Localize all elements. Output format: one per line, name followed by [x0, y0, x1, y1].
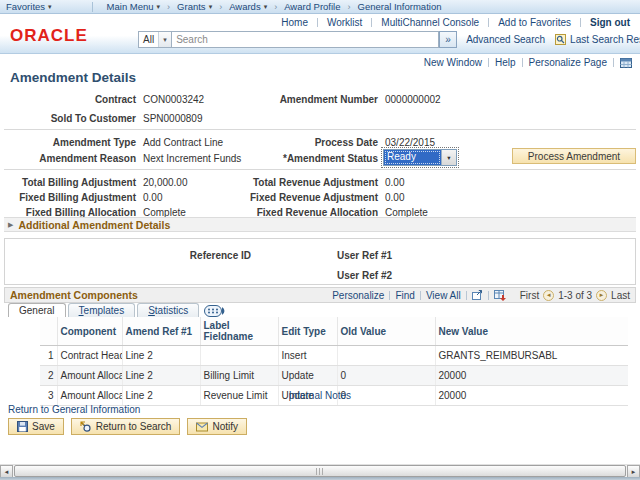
search-input[interactable]	[172, 31, 439, 48]
grid-toolbar: Personalize Find View All First ◄ 1-3 of…	[332, 290, 630, 301]
user-ref-2-label: User Ref #2	[337, 270, 392, 281]
amendment-reason-label: Amendment Reason	[0, 153, 136, 164]
table-header-row: Component Amend Ref #1 Label Fieldname E…	[40, 317, 628, 346]
return-to-search-magnifier-icon	[80, 421, 92, 433]
breadcrumb-label: Main Menu	[107, 1, 154, 12]
divider	[488, 58, 489, 67]
column-header-label-fieldname: Label Fieldname	[200, 317, 278, 346]
add-to-favorites-link[interactable]: Add to Favorites	[498, 17, 571, 28]
scrollbar-track[interactable]	[13, 465, 627, 477]
breadcrumb-grants[interactable]: Grants ▾	[177, 1, 212, 12]
personalize-link[interactable]: Personalize	[332, 290, 384, 301]
divider	[420, 291, 421, 300]
divider	[488, 18, 489, 27]
previous-page-icon: ◄	[543, 290, 554, 301]
total-revenue-adjustment-label: Total Revenue Adjustment	[243, 177, 378, 188]
breadcrumb-general-information[interactable]: General Information	[358, 1, 442, 12]
home-link[interactable]: Home	[281, 17, 308, 28]
utility-links: Home Worklist MultiChannel Console Add t…	[281, 17, 630, 28]
tab-label: General	[19, 305, 55, 316]
contract-label: Contract	[0, 94, 136, 105]
return-to-general-information-link[interactable]: Return to General Information	[8, 404, 140, 415]
breadcrumb-label: Award Profile	[284, 1, 340, 12]
fixed-revenue-adjustment-label: Fixed Revenue Adjustment	[243, 192, 378, 203]
advanced-search-link[interactable]: Advanced Search	[466, 34, 545, 45]
last-search-results-link[interactable]: Last Search Results	[570, 34, 640, 45]
breadcrumb-award-profile[interactable]: Award Profile	[284, 1, 340, 12]
amendment-status-selected-value: Ready	[384, 150, 441, 165]
notify-button[interactable]: Notify	[187, 418, 247, 435]
contract-value: CON0003242	[143, 94, 204, 105]
breadcrumb-main-menu[interactable]: Main Menu ▾	[107, 1, 161, 12]
breadcrumb-label: General Information	[358, 1, 442, 12]
chevron-down-icon: ▾	[48, 3, 52, 10]
table-row: 2 Amount Allocation Line 2 Billing Limit…	[40, 366, 628, 386]
save-button[interactable]: Save	[8, 418, 64, 435]
column-header-component: Component	[57, 317, 122, 346]
row-number-header	[40, 317, 57, 346]
fixed-revenue-adjustment-value: 0.00	[385, 192, 404, 203]
amendment-type-value: Add Contract Line	[143, 137, 223, 148]
divider	[92, 2, 93, 12]
breadcrumb-awards[interactable]: Awards ▾	[229, 1, 267, 12]
amendment-status-select[interactable]: Ready ▾	[383, 149, 457, 166]
amendment-type-label: Amendment Type	[0, 137, 136, 148]
divider	[466, 291, 467, 300]
zoom-popup-icon[interactable]	[472, 290, 483, 300]
tab-general[interactable]: General	[8, 303, 66, 317]
chevron-down-icon: ▾	[209, 3, 213, 10]
additional-amendment-details-expander[interactable]: ▶ Additional Amendment Details	[4, 217, 636, 232]
search-scope-select[interactable]: All ▾	[138, 31, 172, 48]
show-all-columns-icon[interactable]	[204, 305, 226, 317]
breadcrumb-separator: ›	[348, 2, 351, 12]
cell-edit-type: Insert	[278, 346, 337, 366]
reference-id-label: Reference ID	[125, 250, 251, 261]
worklist-link[interactable]: Worklist	[327, 17, 362, 28]
multichannel-console-link[interactable]: MultiChannel Console	[381, 17, 479, 28]
copy-url-grid-icon[interactable]	[620, 58, 632, 68]
amendment-status-label: *Amendment Status	[243, 153, 378, 164]
cell-label-fieldname	[200, 346, 278, 366]
find-link[interactable]: Find	[395, 290, 414, 301]
user-ref-1-label: User Ref #1	[337, 250, 392, 261]
search-go-button[interactable]: »	[439, 31, 457, 48]
process-amendment-button[interactable]: Process Amendment	[512, 148, 636, 164]
tab-templates[interactable]: Templates	[68, 303, 136, 317]
footer-toolbar: Save Return to Search Notify	[8, 418, 247, 435]
help-link[interactable]: Help	[495, 57, 516, 68]
amendment-reason-value: Next Increment Funds	[143, 153, 241, 164]
internal-notes-container: Internal Notes	[0, 390, 640, 401]
row-number: 1	[40, 346, 57, 366]
breadcrumb-label: Grants	[177, 1, 206, 12]
view-all-link[interactable]: View All	[426, 290, 461, 301]
chevron-down-icon[interactable]: ▾	[441, 150, 456, 165]
additional-amendment-details-label: Additional Amendment Details	[18, 219, 170, 231]
return-to-search-button[interactable]: Return to Search	[71, 418, 181, 435]
sign-out-link[interactable]: Sign out	[590, 17, 630, 28]
breadcrumb-label: Awards	[229, 1, 261, 12]
column-header-amend-ref: Amend Ref #1	[122, 317, 200, 346]
divider	[580, 18, 581, 27]
divider	[371, 18, 372, 27]
cell-amend-ref: Line 2	[122, 366, 200, 386]
notify-envelope-icon	[196, 422, 208, 432]
new-window-link[interactable]: New Window	[424, 57, 482, 68]
sold-to-customer-label: Sold To Customer	[0, 113, 136, 124]
personalize-page-link[interactable]: Personalize Page	[529, 57, 607, 68]
pagination-last-label: Last	[611, 290, 630, 301]
process-date-value: 03/22/2015	[385, 137, 435, 148]
search-scope-value: All	[139, 34, 158, 45]
horizontal-scrollbar: ◄ ►	[0, 464, 640, 477]
scrollbar-thumb[interactable]	[14, 465, 626, 477]
return-to-search-label: Return to Search	[96, 421, 172, 432]
internal-notes-link[interactable]: Internal Notes	[289, 390, 351, 401]
column-header-new-value: New Value	[435, 317, 628, 346]
cell-amend-ref: Line 2	[122, 346, 200, 366]
total-billing-adjustment-label: Total Billing Adjustment	[0, 177, 136, 188]
breadcrumb-favorites[interactable]: Favorites ▾	[6, 1, 52, 12]
chevron-down-icon[interactable]: ▾	[158, 32, 171, 47]
amendment-number-value: 0000000002	[385, 94, 441, 105]
download-to-excel-icon[interactable]	[494, 290, 506, 301]
grid-title: Amendment Components	[10, 289, 138, 301]
tab-statistics[interactable]: Statistics	[137, 303, 199, 317]
